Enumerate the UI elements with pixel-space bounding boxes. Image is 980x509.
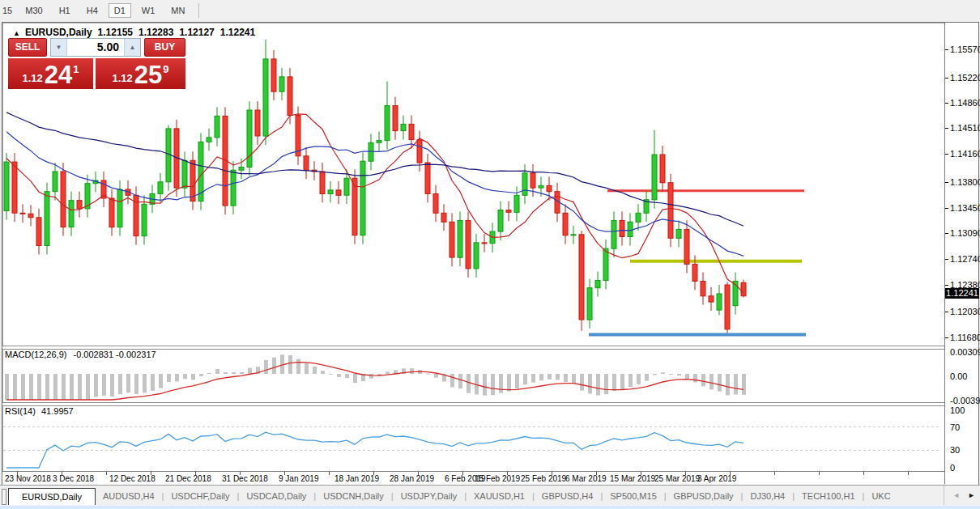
- price-axis-tick: [945, 312, 948, 312]
- date-axis-label: 9 Jan 2019: [279, 474, 319, 483]
- date-axis-tick: [329, 472, 330, 475]
- sell-price-big: 24: [45, 64, 72, 87]
- scroll-right-icon[interactable]: ►: [968, 486, 975, 506]
- volume-spinner: ▼ 5.00 ▲: [50, 38, 141, 57]
- buy-price-prefix: 1.12: [112, 72, 132, 84]
- timeframe-toolbar: 15M30H1H4D1W1MN: [0, 0, 980, 21]
- price-axis[interactable]: 1.155701.152201.148601.145101.141601.138…: [944, 23, 978, 484]
- buy-button[interactable]: BUY: [144, 38, 185, 57]
- tab-xauusd-h1[interactable]: XAUUSD,H1: [467, 489, 532, 506]
- tab-eurusd-daily[interactable]: EURUSD,Daily: [8, 488, 96, 506]
- rsi-name: RSI(14): [5, 406, 36, 416]
- rsi-axis-label: 30: [950, 445, 960, 455]
- scroll-left-icon[interactable]: ◄: [952, 486, 960, 506]
- toolbar-separator: [198, 3, 199, 18]
- sell-price-sup: 1: [73, 63, 79, 75]
- price-axis-label: 1.14860: [950, 98, 980, 108]
- tab-usdcad-daily[interactable]: USDCAD,Daily: [239, 489, 313, 506]
- tab-gbpusd-h4[interactable]: GBPUSD,H4: [535, 489, 601, 506]
- date-axis-tick: [62, 472, 62, 475]
- rsi-axis-label: 0: [950, 463, 955, 473]
- price-axis-label: 1.14160: [950, 149, 980, 159]
- price-axis-label: 1.14510: [950, 123, 980, 133]
- sell-price-prefix: 1.12: [22, 72, 42, 84]
- rsi-value: 41.9957: [41, 406, 74, 416]
- macd-axis-label: 0.00: [950, 371, 967, 381]
- ohlc-high: 1.12283: [138, 27, 173, 38]
- date-axis-tick: [462, 472, 463, 475]
- status-strip: [0, 505, 980, 509]
- date-axis-tick: [774, 472, 775, 475]
- tab-ukc[interactable]: UKC: [864, 489, 897, 506]
- tab-usdcnh-daily[interactable]: USDCNH,Daily: [316, 489, 391, 506]
- price-axis-tick: [945, 103, 948, 104]
- price-axis-tick: [945, 154, 948, 155]
- volume-increase-icon[interactable]: ▲: [124, 39, 140, 56]
- price-axis-label: 1.11680: [950, 333, 980, 342]
- macd-name: MACD(12,26,9): [5, 350, 66, 359]
- price-axis-tick: [945, 337, 948, 338]
- date-axis-label: 28 Jan 2019: [390, 474, 434, 483]
- volume-input[interactable]: 5.00: [67, 39, 124, 56]
- date-axis-tick: [908, 472, 909, 475]
- date-axis-tick: [106, 472, 107, 475]
- date-axis-tick: [284, 472, 285, 475]
- timeframe-m30[interactable]: M30: [19, 3, 48, 18]
- price-axis-label: 1.13800: [950, 177, 980, 187]
- macd-axis-label: -0.003947: [950, 396, 980, 405]
- price-axis-label: 1.13090: [950, 228, 980, 238]
- date-axis-label: 15 Feb 2019: [475, 474, 520, 483]
- ohlc-low: 1.12127: [179, 27, 214, 38]
- date-axis-tick: [17, 472, 18, 475]
- date-axis-label: 23 Nov 2018: [5, 474, 51, 483]
- price-axis-tick: [945, 208, 948, 209]
- time-axis[interactable]: 23 Nov 20183 Dec 201812 Dec 201821 Dec 2…: [2, 471, 944, 485]
- date-axis-tick: [195, 472, 196, 475]
- chart-symbol-label: EURUSD,Daily: [25, 27, 92, 38]
- sell-price-box[interactable]: 1.12 24 1: [8, 58, 93, 89]
- tab-usdjpy-daily[interactable]: USDJPY,Daily: [394, 489, 465, 506]
- buy-price-box[interactable]: 1.12 25 9: [96, 58, 185, 89]
- price-axis-tick: [945, 259, 948, 260]
- tab-tech100-h1[interactable]: TECH100,H1: [795, 489, 862, 506]
- macd-label: MACD(12,26,9) -0.002831 -0.002317: [5, 350, 156, 359]
- price-axis-label: 1.12030: [950, 307, 980, 316]
- tab-scroll-arrows: ◄ ►: [944, 486, 980, 506]
- rsi-axis-label: 70: [950, 422, 960, 432]
- date-axis-label: 25 Feb 2019: [521, 474, 566, 483]
- price-axis-label: 1.12740: [950, 254, 980, 264]
- current-price-tag: 1.12241: [945, 288, 979, 299]
- date-axis-label: 12 Dec 2018: [109, 474, 156, 483]
- tab-gbpusd-daily[interactable]: GBPUSD,Daily: [667, 489, 741, 506]
- tab-dj30-h4[interactable]: DJ30,H4: [743, 489, 792, 506]
- timeframe-15[interactable]: 15: [0, 3, 18, 18]
- date-axis-tick: [819, 472, 820, 475]
- buy-price-sup: 9: [163, 63, 168, 75]
- tab-sp500-m15[interactable]: SP500,M15: [603, 489, 663, 506]
- date-axis-label: 3 Dec 2018: [53, 474, 94, 483]
- timeframe-h4[interactable]: H4: [81, 3, 104, 18]
- tabbar-grip[interactable]: [2, 489, 6, 505]
- timeframe-mn[interactable]: MN: [165, 3, 190, 18]
- date-axis-label: 6 Mar 2019: [565, 474, 607, 483]
- rsi-label: RSI(14) 41.9957: [5, 406, 74, 416]
- sell-button[interactable]: SELL: [8, 38, 47, 57]
- tab-audusd-h4[interactable]: AUDUSD,H4: [96, 489, 162, 506]
- price-axis-label: 1.13450: [950, 203, 980, 213]
- rsi-indicator-canvas[interactable]: [0, 405, 944, 469]
- timeframe-h1[interactable]: H1: [53, 3, 76, 18]
- timeframe-d1[interactable]: D1: [109, 3, 131, 18]
- volume-decrease-icon[interactable]: ▼: [51, 39, 67, 56]
- macd-values: -0.002831 -0.002317: [73, 350, 156, 359]
- ohlc-close: 1.12241: [220, 27, 255, 38]
- date-axis-label: 25 Mar 2019: [654, 474, 700, 483]
- price-axis-label: 1.15220: [950, 73, 980, 83]
- date-axis-tick: [641, 472, 641, 475]
- chart-title: ▲EURUSD,Daily1.121551.122831.121271.1224…: [13, 27, 255, 38]
- tab-usdchf-daily[interactable]: USDCHF,Daily: [164, 489, 236, 506]
- timeframe-w1[interactable]: W1: [136, 3, 161, 18]
- chart-tab-bar: EURUSD,Daily AUDUSD,H4|USDCHF,Daily|USDC…: [0, 485, 980, 506]
- date-axis-tick: [151, 472, 151, 475]
- price-axis-tick: [945, 78, 948, 78]
- collapse-triangle-icon[interactable]: ▲: [13, 29, 20, 37]
